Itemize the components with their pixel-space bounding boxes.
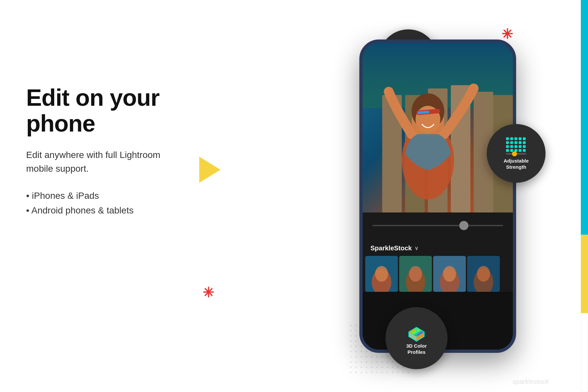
3d-color-profiles-icon xyxy=(406,321,427,343)
adjustable-label-line1: Adjustable xyxy=(504,158,529,164)
red-star-decoration-1: ✳ xyxy=(203,285,214,301)
preset-thumb-2 xyxy=(399,256,432,292)
watermark: sparklestock xyxy=(513,378,549,385)
color-profiles-badge: 3D Color Profiles xyxy=(385,307,448,369)
feature-list: iPhones & iPads Android phones & tablets xyxy=(26,189,209,218)
accent-strip-white xyxy=(581,313,588,392)
preset-thumb-4 xyxy=(467,256,500,292)
svg-rect-40 xyxy=(514,141,517,144)
svg-rect-37 xyxy=(523,137,526,140)
color-profiles-label-line2: Profiles xyxy=(407,349,425,355)
accent-strip-teal xyxy=(581,0,588,235)
svg-rect-49 xyxy=(510,149,513,152)
preset-brand-name: SparkleStock xyxy=(370,244,412,252)
phone-mockup: SparkleStock ∨ xyxy=(359,39,516,353)
svg-rect-41 xyxy=(519,141,522,144)
svg-point-32 xyxy=(477,266,490,282)
preset-thumb-3 xyxy=(433,256,466,292)
adjustable-strength-icon xyxy=(505,137,528,156)
svg-rect-36 xyxy=(519,137,522,140)
slider-thumb xyxy=(459,221,468,230)
phone-slider-area xyxy=(363,212,513,239)
adjustable-label-line2: Strength xyxy=(506,164,526,170)
preset-brand-label: SparkleStock ∨ xyxy=(363,239,513,256)
accent-strip-yellow xyxy=(581,235,588,313)
left-content-area: Edit on your phone Edit anywhere with fu… xyxy=(26,85,209,218)
svg-rect-47 xyxy=(523,145,526,148)
phone-area: Fast Rendering xyxy=(314,0,562,392)
main-heading: Edit on your phone xyxy=(26,85,209,136)
svg-rect-44 xyxy=(510,145,513,148)
preset-arrow-icon: ∨ xyxy=(415,245,418,251)
bullet-item-2: Android phones & tablets xyxy=(26,203,209,218)
svg-point-26 xyxy=(409,266,422,282)
svg-rect-52 xyxy=(523,149,526,152)
slider-track xyxy=(372,225,503,226)
subtitle-line1: Edit anywhere with full Lightroom xyxy=(26,150,160,160)
svg-point-54 xyxy=(512,151,517,156)
subtitle-line2: mobile support. xyxy=(26,164,89,174)
adjustable-strength-badge: Adjustable Strength xyxy=(487,124,546,183)
svg-rect-45 xyxy=(514,145,517,148)
yellow-triangle-decoration xyxy=(199,157,220,183)
phone-photo xyxy=(363,43,513,212)
svg-point-29 xyxy=(443,266,456,282)
phone-screen: SparkleStock ∨ xyxy=(363,43,513,350)
svg-rect-48 xyxy=(506,149,509,152)
svg-rect-33 xyxy=(506,137,509,140)
svg-rect-43 xyxy=(506,145,509,148)
svg-rect-46 xyxy=(519,145,522,148)
color-profiles-label-line1: 3D Color xyxy=(406,343,427,349)
preset-thumb-1 xyxy=(365,256,398,292)
svg-rect-39 xyxy=(510,141,513,144)
bullet-item-1: iPhones & iPads xyxy=(26,189,209,203)
svg-rect-38 xyxy=(506,141,509,144)
accent-strips xyxy=(581,0,588,392)
svg-rect-42 xyxy=(523,141,526,144)
svg-rect-51 xyxy=(519,149,522,152)
svg-rect-34 xyxy=(510,137,513,140)
svg-point-23 xyxy=(375,266,388,282)
svg-rect-35 xyxy=(514,137,517,140)
subtitle: Edit anywhere with full Lightroom mobile… xyxy=(26,148,209,176)
preset-thumbnails xyxy=(363,256,513,292)
phone-bottom-panel: SparkleStock ∨ xyxy=(363,239,513,292)
